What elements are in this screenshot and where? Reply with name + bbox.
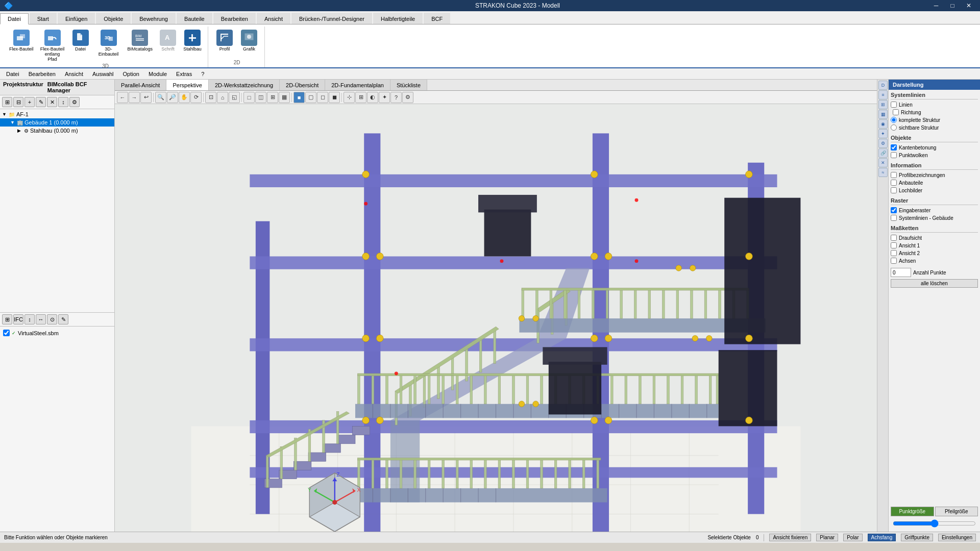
view-tab-parallel[interactable]: Parallel-Ansicht (115, 80, 166, 90)
flex-bauteil-pfad-button[interactable]: Flex-Bauteil entlang Pfad (38, 29, 67, 63)
tab-start[interactable]: Start (30, 13, 57, 24)
tab-bruecken[interactable]: Brücken-/Tunnel-Designer (291, 13, 372, 24)
check-ansicht2[interactable] (891, 250, 897, 256)
file-check[interactable] (3, 330, 10, 336)
size-slider[interactable] (893, 519, 976, 528)
tree-add-btn[interactable]: + (24, 97, 35, 107)
check-eingaberaster[interactable] (891, 207, 897, 213)
view-tab-stuckliste[interactable]: Stückliste (390, 80, 427, 90)
view4-btn[interactable]: ▦ (279, 92, 290, 103)
files-btn5[interactable]: ⊙ (47, 314, 57, 324)
datei-button[interactable]: Datei (69, 29, 92, 53)
einstellungen-btn[interactable]: Einstellungen (938, 534, 976, 541)
files-btn6[interactable]: ✎ (58, 314, 68, 324)
window-controls[interactable]: ─ □ ✕ (929, 1, 976, 10)
tree-item-af1[interactable]: ▼ 📁 AF-1 (0, 110, 114, 118)
back-btn[interactable]: ← (117, 92, 128, 103)
schrift-button[interactable]: A Schrift (157, 29, 179, 53)
check-kantenbetonung[interactable] (891, 144, 897, 151)
rpanel-icon-7[interactable]: ⚙ (878, 139, 888, 148)
settings-btn[interactable]: ⚙ (402, 92, 413, 103)
bimcollab-tab[interactable]: BIMcollab BCF Manager (47, 81, 111, 93)
view-tab-perspektive[interactable]: Perspektive (166, 80, 208, 90)
tab-bearbeiten[interactable]: Bearbeiten (213, 13, 256, 24)
rpanel-icon-6[interactable]: ✦ (878, 129, 888, 138)
check-linien[interactable] (891, 102, 897, 108)
shading-btn[interactable]: ■ (293, 92, 305, 103)
view1-btn[interactable]: □ (243, 92, 255, 103)
3d-einbauteil-button[interactable]: 3D 3D-Einbauteil (94, 29, 124, 58)
light-btn[interactable]: ✦ (379, 92, 390, 103)
check-lochbilder[interactable] (891, 187, 897, 193)
tab-objekte[interactable]: Objekte (96, 13, 131, 24)
view-tab-uebersicht[interactable]: 2D-Übersicht (280, 80, 325, 90)
check-systemlinien-gebaeude[interactable] (891, 215, 897, 221)
anzahl-punkte-input[interactable] (891, 268, 911, 277)
bimcatalogs-button[interactable]: BIM BIMcatalogs (126, 29, 155, 53)
close-button[interactable]: ✕ (962, 1, 976, 10)
polar-btn[interactable]: Polar (843, 534, 862, 541)
tab-bauteile[interactable]: Bauteile (177, 13, 212, 24)
tree-delete-btn[interactable]: ✕ (47, 97, 57, 107)
maximize-button[interactable]: □ (945, 1, 960, 10)
rpanel-icon-4[interactable]: ▦ (878, 110, 888, 119)
viewport[interactable]: X Y Z Ansichtsauswahl (115, 104, 877, 532)
wire-btn[interactable]: ▢ (305, 92, 316, 103)
zoom-in-btn[interactable]: 🔍 (155, 92, 166, 103)
tree-expand-btn[interactable]: ⊞ (2, 97, 12, 107)
menu-ansicht[interactable]: Ansicht (61, 70, 87, 78)
radio-komplett[interactable] (891, 117, 897, 123)
menu-datei[interactable]: Datei (2, 70, 23, 78)
fit-btn[interactable]: ⊡ (205, 92, 216, 103)
grafik-button[interactable]: Grafik (238, 29, 260, 53)
stahlbau-button[interactable]: Stahlbau (181, 29, 204, 53)
tab-datei[interactable]: Datei (0, 13, 29, 24)
griffpunkte-btn[interactable]: Griffpunkte (901, 534, 933, 541)
zoom-out-btn[interactable]: 🔎 (167, 92, 178, 103)
files-btn4[interactable]: ↔ (36, 314, 46, 324)
rpanel-icon-3[interactable]: ⊞ (878, 100, 888, 109)
help-btn[interactable]: ? (390, 92, 402, 103)
fwd-btn[interactable]: → (129, 92, 140, 103)
menu-auswahl[interactable]: Auswahl (88, 70, 118, 78)
tab-halbfertig[interactable]: Halbfertigteile (373, 13, 423, 24)
achsfang-btn[interactable]: Achsfang (868, 534, 896, 541)
ansicht-fixieren-btn[interactable]: Ansicht fixieren (769, 534, 811, 541)
planar-btn[interactable]: Planar (816, 534, 838, 541)
menu-module[interactable]: Module (144, 70, 171, 78)
project-structure-tab[interactable]: Projektstruktur (3, 81, 43, 93)
view2-btn[interactable]: ◫ (255, 92, 266, 103)
check-ansicht1[interactable] (891, 242, 897, 248)
rpanel-icon-10[interactable]: ≈ (878, 168, 888, 177)
files-btn1[interactable]: ⊞ (2, 314, 12, 324)
view-tab-werkstatt[interactable]: 2D-Werkstattzeichnung (209, 80, 280, 90)
flex-bauteil-button[interactable]: Flex-Bauteil (7, 29, 36, 53)
menu-help[interactable]: ? (197, 70, 208, 78)
clip-btn[interactable]: ◐ (367, 92, 378, 103)
select-btn[interactable]: ⊹ (344, 92, 355, 103)
menu-bearbeiten[interactable]: Bearbeiten (24, 70, 60, 78)
tree-item-stahlbau[interactable]: ▶ ⚙ Stahlbau (0.000 m) (0, 127, 114, 135)
rpanel-icon-5[interactable]: ◉ (878, 119, 888, 129)
rpanel-icon-1[interactable]: D (878, 81, 888, 90)
tree-settings-btn[interactable]: ⚙ (69, 97, 80, 107)
view-tab-fundamental[interactable]: 2D-Fundamentalplan (325, 80, 390, 90)
rotate-btn[interactable]: ⟳ (190, 92, 202, 103)
rpanel-icon-9[interactable]: ✕ (878, 158, 888, 167)
check-draufsicht[interactable] (891, 235, 897, 241)
menu-extras[interactable]: Extras (172, 70, 196, 78)
tab-ansicht[interactable]: Ansicht (257, 13, 290, 24)
home-btn[interactable]: ⌂ (217, 92, 228, 103)
tree-move-btn[interactable]: ↕ (58, 97, 68, 107)
minimize-button[interactable]: ─ (929, 1, 943, 10)
radio-sichtbar[interactable] (891, 124, 897, 131)
check-achsen[interactable] (891, 258, 897, 264)
menu-option[interactable]: Option (119, 70, 143, 78)
view3-btn[interactable]: ⊞ (267, 92, 278, 103)
punktgrosse-button[interactable]: Punktgröße (891, 507, 934, 516)
check-profilbez[interactable] (891, 172, 897, 178)
file-virtualsteel[interactable]: ✓ VirtualSteel.sbm (2, 329, 112, 337)
tab-bcf[interactable]: BCF (424, 13, 450, 24)
undo-btn[interactable]: ↩ (140, 92, 152, 103)
tab-einfuegen[interactable]: Einfügen (58, 13, 95, 24)
